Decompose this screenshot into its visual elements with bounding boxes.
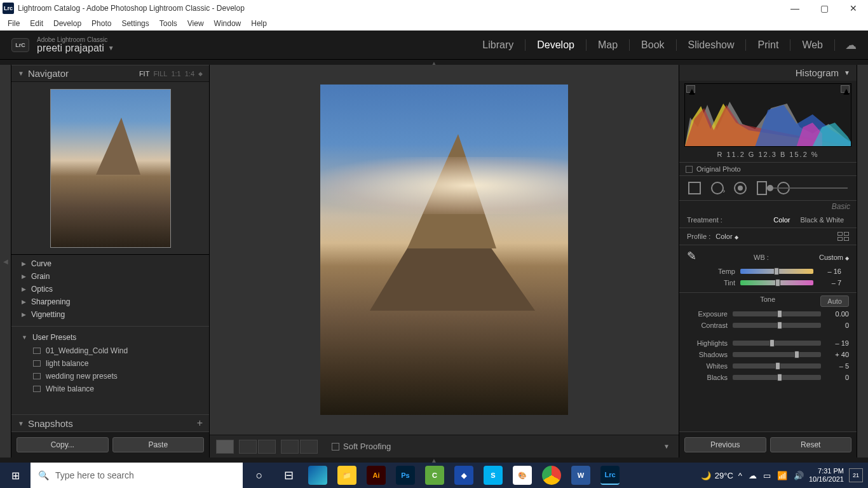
- skype-icon[interactable]: S: [480, 463, 506, 488]
- paint-icon[interactable]: 🎨: [510, 463, 535, 488]
- view-before-after-lr-button[interactable]: [239, 440, 257, 454]
- exposure-slider[interactable]: Exposure0.00: [679, 308, 857, 320]
- zoom-1-4[interactable]: 1:4: [185, 70, 194, 78]
- whites-slider[interactable]: Whites– 5: [679, 360, 857, 372]
- view-split-lr-button[interactable]: [281, 440, 299, 454]
- coreldraw-icon[interactable]: C: [422, 463, 447, 488]
- menu-edit[interactable]: Edit: [25, 19, 48, 28]
- preset-cat-curve[interactable]: ▶Curve: [11, 257, 209, 270]
- treatment-bw[interactable]: Black & White: [796, 216, 849, 224]
- highlights-slider[interactable]: Highlights– 19: [679, 337, 857, 349]
- contrast-slider[interactable]: Contrast0: [679, 320, 857, 331]
- taskbar-search[interactable]: 🔍 Type here to search: [31, 463, 243, 488]
- minimize-button[interactable]: —: [780, 0, 810, 17]
- histogram-header[interactable]: Histogram ▼: [679, 65, 857, 81]
- word-icon[interactable]: W: [568, 463, 593, 488]
- view-before-after-tb-button[interactable]: [258, 440, 276, 454]
- copy-button[interactable]: Copy...: [17, 437, 109, 452]
- menu-develop[interactable]: Develop: [48, 19, 86, 28]
- cortana-icon[interactable]: ○: [247, 463, 272, 488]
- reset-button[interactable]: Reset: [770, 437, 852, 452]
- graduated-filter-icon[interactable]: [757, 181, 767, 195]
- snapshots-header[interactable]: ▼ Snapshots +: [11, 414, 209, 432]
- user-preset-item[interactable]: White balance: [11, 383, 209, 395]
- redeye-tool-icon[interactable]: [734, 182, 747, 194]
- wb-eyedropper-icon[interactable]: ✎: [687, 249, 703, 266]
- photoshop-icon[interactable]: Ps: [393, 463, 418, 488]
- menu-view[interactable]: View: [182, 19, 209, 28]
- zoom-fill[interactable]: FILL: [153, 70, 167, 78]
- onedrive-icon[interactable]: ☁: [749, 471, 757, 480]
- view-split-tb-button[interactable]: [300, 440, 318, 454]
- preset-cat-sharpening[interactable]: ▶Sharpening: [11, 295, 209, 308]
- original-photo-toggle[interactable]: Original Photo: [679, 162, 857, 176]
- user-preset-item[interactable]: light balance: [11, 357, 209, 370]
- view-loupe-button[interactable]: [216, 440, 234, 454]
- user-preset-item[interactable]: 01_Wedding_Cold Wind: [11, 344, 209, 357]
- menu-window[interactable]: Window: [209, 19, 247, 28]
- profile-browser-icon[interactable]: [837, 232, 849, 241]
- lightroom-icon[interactable]: Lrc: [597, 463, 623, 488]
- menu-help[interactable]: Help: [246, 19, 272, 28]
- user-dropdown-icon[interactable]: ▼: [108, 45, 114, 51]
- treatment-color[interactable]: Color: [768, 216, 795, 224]
- preset-cat-optics[interactable]: ▶Optics: [11, 283, 209, 295]
- crop-tool-icon[interactable]: [688, 182, 701, 194]
- preset-cat-grain[interactable]: ▶Grain: [11, 270, 209, 283]
- brush-tool-slider[interactable]: [800, 185, 848, 191]
- wifi-icon[interactable]: 📶: [777, 471, 787, 480]
- task-view-icon[interactable]: ⊟: [276, 463, 301, 488]
- profile-dropdown[interactable]: Color ◆: [715, 233, 738, 240]
- blacks-slider[interactable]: Blacks0: [679, 372, 857, 383]
- maximize-button[interactable]: ▢: [810, 0, 839, 17]
- canvas-area[interactable]: [210, 65, 679, 435]
- user-name[interactable]: preeti prajapati: [37, 43, 104, 53]
- spot-removal-icon[interactable]: ›: [711, 182, 724, 194]
- left-panel-toggle[interactable]: ◀: [0, 65, 11, 458]
- tint-slider[interactable]: Tint – 7: [687, 277, 849, 288]
- close-button[interactable]: ✕: [839, 0, 868, 17]
- edge-icon[interactable]: [305, 463, 330, 488]
- shadows-slider[interactable]: Shadows+ 40: [679, 349, 857, 360]
- explorer-icon[interactable]: 📁: [334, 463, 360, 488]
- filmstrip-toggle-icon[interactable]: ▲: [431, 457, 437, 464]
- module-print[interactable]: Print: [746, 39, 790, 51]
- zoom-dropdown-icon[interactable]: ◆: [198, 71, 203, 77]
- module-map[interactable]: Map: [587, 39, 630, 51]
- menu-tools[interactable]: Tools: [154, 19, 182, 28]
- navigator-header[interactable]: ▼ Navigator FIT FILL 1:1 1:4 ◆: [11, 65, 209, 82]
- menu-file[interactable]: File: [3, 19, 25, 28]
- start-button[interactable]: ⊞: [0, 463, 31, 488]
- module-web[interactable]: Web: [790, 39, 835, 51]
- tray-expand-icon[interactable]: ^: [738, 471, 742, 480]
- battery-icon[interactable]: ▭: [763, 471, 771, 480]
- module-library[interactable]: Library: [471, 39, 526, 51]
- soft-proofing-toggle[interactable]: Soft Proofing: [332, 442, 391, 451]
- illustrator-icon[interactable]: Ai: [363, 463, 389, 488]
- user-preset-item[interactable]: wedding new presets: [11, 370, 209, 383]
- preset-cat-vignetting[interactable]: ▶Vignetting: [11, 308, 209, 321]
- histogram-display[interactable]: ▲ ▲: [684, 83, 851, 147]
- zoom-fit[interactable]: FIT: [139, 70, 150, 78]
- menu-settings[interactable]: Settings: [116, 19, 154, 28]
- chrome-icon[interactable]: [539, 463, 564, 488]
- zoom-1-1[interactable]: 1:1: [171, 70, 180, 78]
- wb-dropdown[interactable]: Custom ◆: [819, 254, 849, 261]
- weather-widget[interactable]: 🌙 29°C: [701, 471, 733, 480]
- taskbar-clock[interactable]: 7:31 PM 10/16/2021: [809, 467, 844, 484]
- user-presets-header[interactable]: ▼User Presets: [11, 326, 209, 344]
- module-slideshow[interactable]: Slideshow: [677, 39, 747, 51]
- menu-photo[interactable]: Photo: [86, 19, 116, 28]
- notifications-icon[interactable]: 21: [849, 468, 863, 482]
- module-develop[interactable]: Develop: [526, 39, 587, 51]
- cloud-sync-icon[interactable]: ☁: [845, 38, 857, 52]
- add-snapshot-icon[interactable]: +: [197, 417, 203, 429]
- temp-slider[interactable]: Temp – 16: [687, 266, 849, 277]
- volume-icon[interactable]: 🔊: [794, 471, 804, 480]
- navigator-preview[interactable]: [11, 82, 209, 255]
- toolbar-options-icon[interactable]: ▼: [663, 443, 670, 450]
- auto-tone-button[interactable]: Auto: [820, 295, 849, 307]
- module-book[interactable]: Book: [630, 39, 676, 51]
- app-icon[interactable]: ◆: [451, 463, 477, 488]
- right-panel-toggle[interactable]: [857, 65, 868, 458]
